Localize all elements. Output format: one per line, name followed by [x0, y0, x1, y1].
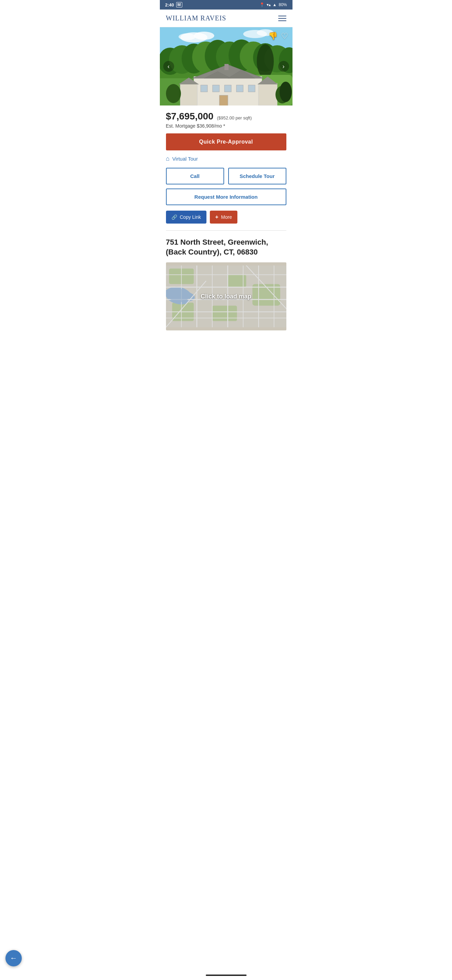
svg-point-36: [166, 84, 181, 103]
status-time: 2:40: [165, 2, 174, 8]
prev-arrow-icon: ‹: [168, 63, 170, 70]
more-button[interactable]: + More: [210, 211, 237, 224]
more-label: More: [221, 215, 232, 220]
svg-point-18: [257, 44, 274, 78]
thumbsdown-icon: 👎: [268, 32, 278, 40]
menu-line-1: [278, 16, 286, 16]
svg-rect-25: [224, 64, 228, 70]
property-price: $7,695,000: [166, 111, 214, 122]
request-info-button[interactable]: Request More Information: [166, 189, 286, 205]
svg-rect-30: [248, 85, 255, 92]
map-overlay[interactable]: Click to load map: [166, 262, 286, 331]
map-container[interactable]: Click to load map: [166, 262, 286, 331]
image-actions: 👎 ♡: [268, 31, 289, 41]
hamburger-menu[interactable]: [278, 16, 286, 21]
favorite-button[interactable]: ♡: [281, 31, 289, 41]
copy-link-icon: 🔗: [171, 215, 177, 220]
call-button[interactable]: Call: [166, 168, 224, 185]
price-per-sqft: ($952.00 per sqft): [217, 115, 252, 121]
svg-point-4: [179, 33, 195, 40]
menu-line-3: [278, 21, 286, 21]
next-arrow-icon: ›: [282, 63, 285, 70]
email-icon: M: [176, 2, 182, 8]
next-image-button[interactable]: ›: [278, 61, 289, 72]
svg-rect-29: [236, 85, 243, 92]
virtual-tour-link[interactable]: ⌂ Virtual Tour: [166, 155, 286, 162]
location-icon: 📍: [260, 2, 265, 7]
status-bar: 2:40 M 📍 ▾▴ ▲ 80%: [160, 0, 292, 10]
schedule-tour-button[interactable]: Schedule Tour: [228, 168, 286, 185]
svg-rect-26: [201, 85, 208, 92]
status-left: 2:40 M: [165, 2, 182, 8]
virtual-tour-label: Virtual Tour: [172, 156, 198, 162]
prev-image-button[interactable]: ‹: [163, 61, 174, 72]
pre-approval-button[interactable]: Quick Pre-Approval: [166, 134, 286, 150]
price-row: $7,695,000 ($952.00 per sqft): [166, 111, 286, 122]
svg-rect-28: [224, 85, 231, 92]
plus-icon: +: [215, 214, 218, 220]
battery-icon: 80%: [279, 2, 287, 7]
menu-line-2: [278, 18, 286, 19]
svg-point-38: [279, 82, 292, 102]
brand-logo: William Raveis: [166, 14, 227, 22]
action-row-1: Call Schedule Tour: [166, 168, 286, 185]
svg-point-3: [194, 32, 214, 40]
heart-icon: ♡: [281, 31, 289, 40]
virtual-tour-icon: ⌂: [166, 155, 170, 162]
property-image-container: 👎 ♡ ‹ ›: [160, 27, 292, 105]
share-actions: 🔗 Copy Link + More: [166, 211, 286, 224]
dislike-button[interactable]: 👎: [268, 31, 278, 41]
svg-rect-34: [259, 83, 277, 105]
copy-link-label: Copy Link: [180, 215, 201, 220]
app-header: William Raveis: [160, 10, 292, 27]
svg-rect-27: [213, 85, 219, 92]
signal-icon: ▲: [273, 2, 277, 7]
svg-rect-32: [180, 83, 197, 105]
status-right: 📍 ▾▴ ▲ 80%: [260, 2, 287, 7]
property-address: 751 North Street, Greenwich, (Back Count…: [166, 237, 286, 257]
map-overlay-text: Click to load map: [201, 293, 251, 300]
logo-text: William Raveis: [166, 14, 227, 22]
mortgage-estimate: Est. Mortgage $36,908/mo *: [166, 123, 286, 129]
svg-rect-31: [219, 95, 228, 105]
wifi-icon: ▾▴: [266, 2, 271, 7]
property-content: $7,695,000 ($952.00 per sqft) Est. Mortg…: [160, 105, 292, 336]
copy-link-button[interactable]: 🔗 Copy Link: [166, 211, 206, 224]
